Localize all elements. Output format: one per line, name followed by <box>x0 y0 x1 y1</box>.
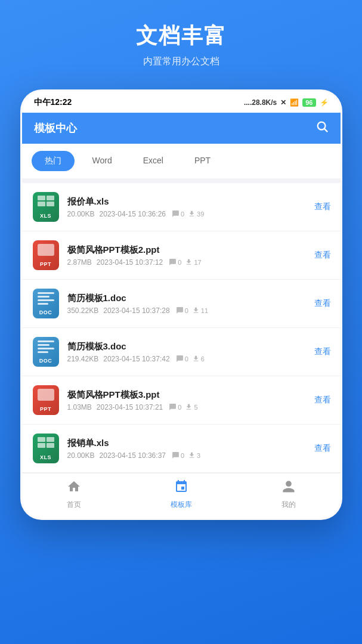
file-info: 极简风格PPT模板2.ppt 2.87MB 2023-04-15 10:37:1… <box>67 244 308 267</box>
comment-stat: 0 <box>169 258 181 266</box>
file-size-date: 219.42KB 2023-04-15 10:37:42 <box>67 355 170 363</box>
comment-stat: 0 <box>176 306 188 314</box>
file-item: PPT 极简风格PPT模板3.ppt 1.03MB 2023-04-15 10:… <box>22 376 341 425</box>
comment-stat: 0 <box>172 451 184 459</box>
file-item: DOC 简历模板1.doc 350.22KB 2023-04-15 10:37:… <box>22 280 341 328</box>
file-size: 350.22KB <box>67 306 99 315</box>
file-date: 2023-04-15 10:37:42 <box>103 355 169 363</box>
file-icon-doc: DOC <box>32 336 60 367</box>
file-stats: 0 39 <box>172 210 204 218</box>
phone-frame: 中午12:22 ....28.8K/s ✕ 📶 96 ⚡ 模板中心 热门 Wor… <box>20 89 342 520</box>
file-info: 简历模板3.doc 219.42KB 2023-04-15 10:37:42 0… <box>67 341 308 363</box>
file-name: 极简风格PPT模板2.ppt <box>67 244 308 256</box>
file-name: 报销单.xls <box>67 438 308 449</box>
file-stats: 0 11 <box>176 306 208 314</box>
nav-template[interactable]: 模板库 <box>171 479 192 510</box>
home-label: 首页 <box>67 500 81 510</box>
tab-excel[interactable]: Excel <box>130 151 177 171</box>
nav-bar: 模板中心 <box>22 113 341 144</box>
tab-hot[interactable]: 热门 <box>32 151 75 171</box>
profile-label: 我的 <box>281 500 296 510</box>
nav-title: 模板中心 <box>34 121 77 135</box>
tab-bar: 热门 Word Excel PPT <box>22 144 341 178</box>
hero-title: 文档丰富 <box>12 21 350 51</box>
download-stat: 39 <box>188 210 204 218</box>
file-size: 219.42KB <box>67 355 99 363</box>
hero-subtitle: 内置常用办公文档 <box>12 55 350 68</box>
download-stat: 11 <box>192 306 208 314</box>
file-item: XLS 报价单.xls 20.00KB 2023-04-15 10:36:26 … <box>22 183 341 231</box>
file-size: 2.87MB <box>67 258 92 267</box>
file-date: 2023-04-15 10:37:12 <box>97 258 163 267</box>
file-meta: 2.87MB 2023-04-15 10:37:12 0 17 <box>67 258 308 267</box>
file-size-date: 350.22KB 2023-04-15 10:37:28 <box>67 306 170 315</box>
svg-line-1 <box>324 129 327 132</box>
profile-icon <box>281 479 296 497</box>
file-icon-ppt: PPT <box>32 385 60 416</box>
file-size-date: 2.87MB 2023-04-15 10:37:12 <box>67 258 163 267</box>
file-date: 2023-04-15 10:36:37 <box>100 451 166 460</box>
file-date: 2023-04-15 10:37:28 <box>103 306 169 315</box>
status-time: 中午12:22 <box>34 97 72 108</box>
file-size-date: 20.00KB 2023-04-15 10:36:26 <box>67 210 166 218</box>
template-icon <box>174 479 188 497</box>
file-item: PPT 极简风格PPT模板2.ppt 2.87MB 2023-04-15 10:… <box>22 231 341 280</box>
file-meta: 20.00KB 2023-04-15 10:36:37 0 3 <box>67 451 308 460</box>
network-speed: ....28.8K/s <box>244 98 277 107</box>
file-name: 简历模板3.doc <box>67 341 308 352</box>
nav-home[interactable]: 首页 <box>67 479 81 510</box>
file-meta: 219.42KB 2023-04-15 10:37:42 0 6 <box>67 355 308 363</box>
tab-word[interactable]: Word <box>79 151 125 171</box>
file-name: 报价单.xls <box>67 196 308 208</box>
view-button[interactable]: 查看 <box>314 298 331 309</box>
view-button[interactable]: 查看 <box>314 346 331 357</box>
home-icon <box>67 479 81 497</box>
search-button[interactable] <box>315 120 329 137</box>
battery-indicator: 96 <box>302 98 315 107</box>
status-bar: 中午12:22 ....28.8K/s ✕ 📶 96 ⚡ <box>22 91 341 113</box>
svg-point-0 <box>317 122 325 130</box>
bottom-nav: 首页 模板库 我的 <box>22 473 341 518</box>
file-size-date: 1.03MB 2023-04-15 10:37:21 <box>67 403 163 411</box>
bluetooth-icon: ⚡ <box>320 98 329 107</box>
file-size: 20.00KB <box>67 210 95 218</box>
file-info: 简历模板1.doc 350.22KB 2023-04-15 10:37:28 0… <box>67 293 308 315</box>
file-item: DOC 简历模板3.doc 219.42KB 2023-04-15 10:37:… <box>22 328 341 376</box>
file-stats: 0 3 <box>172 451 200 459</box>
status-right: ....28.8K/s ✕ 📶 96 ⚡ <box>244 98 329 107</box>
comment-stat: 0 <box>169 403 181 411</box>
view-button[interactable]: 查看 <box>314 202 331 212</box>
signal-icon: ✕ <box>280 98 286 107</box>
file-info: 报销单.xls 20.00KB 2023-04-15 10:36:37 0 3 <box>67 438 308 460</box>
file-icon-xls: XLS <box>32 433 60 464</box>
file-name: 极简风格PPT模板3.ppt <box>67 389 308 401</box>
file-size-date: 20.00KB 2023-04-15 10:36:37 <box>67 451 166 460</box>
download-stat: 5 <box>185 403 197 411</box>
file-icon-xls: XLS <box>32 191 60 222</box>
file-list: XLS 报价单.xls 20.00KB 2023-04-15 10:36:26 … <box>22 183 341 473</box>
file-icon-doc: DOC <box>32 288 60 319</box>
view-button[interactable]: 查看 <box>314 395 331 405</box>
comment-stat: 0 <box>172 210 184 218</box>
view-button[interactable]: 查看 <box>314 443 331 454</box>
hero-section: 文档丰富 内置常用办公文档 <box>0 0 362 80</box>
download-stat: 17 <box>185 258 201 266</box>
file-stats: 0 5 <box>169 403 197 411</box>
file-stats: 0 6 <box>176 355 205 363</box>
file-name: 简历模板1.doc <box>67 293 308 304</box>
tab-ppt[interactable]: PPT <box>181 151 224 171</box>
file-info: 报价单.xls 20.00KB 2023-04-15 10:36:26 0 39 <box>67 196 308 218</box>
file-meta: 350.22KB 2023-04-15 10:37:28 0 11 <box>67 306 308 315</box>
view-button[interactable]: 查看 <box>314 250 331 261</box>
file-item: XLS 报销单.xls 20.00KB 2023-04-15 10:36:37 … <box>22 425 341 473</box>
file-meta: 20.00KB 2023-04-15 10:36:26 0 39 <box>67 210 308 218</box>
download-stat: 6 <box>192 355 205 363</box>
file-size: 1.03MB <box>67 403 92 411</box>
comment-stat: 0 <box>176 355 188 363</box>
download-stat: 3 <box>188 451 200 459</box>
nav-profile[interactable]: 我的 <box>281 479 296 510</box>
wifi-icon: 📶 <box>290 98 299 107</box>
file-info: 极简风格PPT模板3.ppt 1.03MB 2023-04-15 10:37:2… <box>67 389 308 411</box>
file-date: 2023-04-15 10:36:26 <box>100 210 166 218</box>
template-label: 模板库 <box>171 500 192 510</box>
